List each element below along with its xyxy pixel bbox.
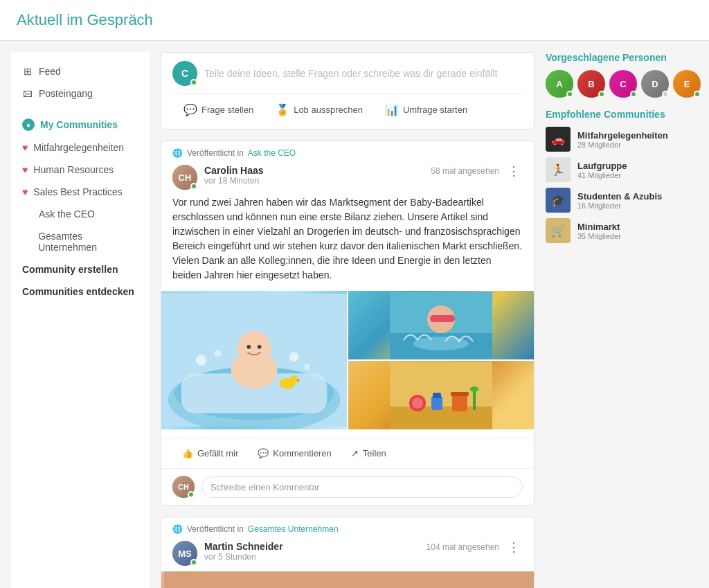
- like-button-1[interactable]: 👍 Gefällt mir: [172, 444, 248, 463]
- suggested-avatar-1[interactable]: A: [546, 70, 573, 98]
- author-details-2: Martin Schneider vor 5 Stunden: [204, 541, 283, 562]
- community-icon: ●: [22, 118, 35, 131]
- sidebar-item-ask-the-ceo[interactable]: Ask the CEO: [11, 203, 150, 225]
- suggested-title: Vorgeschlagene Personen: [546, 52, 698, 63]
- spacer-icon-2: [22, 236, 33, 247]
- recommended-communities-section: Empfohlene Communities 🚗 Mitfahrgelegenh…: [546, 109, 698, 243]
- heart-icon-hr: ♥: [22, 164, 28, 175]
- suggested-avatar-4[interactable]: D: [641, 70, 669, 98]
- svg-rect-26: [451, 392, 469, 396]
- post-body-1: Vor rund zwei Jahren haben wir das Markt…: [161, 195, 534, 291]
- sidebar-item-feed[interactable]: ⊞ Feed: [11, 60, 150, 82]
- top-bar: Aktuell im Gespräch: [0, 0, 709, 41]
- post-meta-2: 🌐 Veröffentlicht in Gesamtes Unternehmen: [161, 517, 534, 538]
- globe-icon-2: 🌐: [172, 524, 183, 534]
- community-item-3[interactable]: 🎓 Studenten & Azubis 16 Mitglieder: [546, 188, 698, 213]
- sidebar-item-inbox[interactable]: 🖂 Posteingang: [11, 82, 150, 105]
- main-feed: C Teile deine Ideen, stelle Fragen oder …: [161, 52, 535, 588]
- page-title: Aktuell im Gespräch: [17, 11, 692, 29]
- svg-point-5: [237, 331, 271, 366]
- status-dot-5: [694, 91, 701, 98]
- medal-icon: 🏅: [276, 103, 289, 116]
- author-info-1: CH Carolin Haas vor 18 Minuten: [172, 165, 264, 190]
- svg-rect-39: [164, 571, 531, 588]
- community-thumb-2: 🏃: [546, 157, 571, 182]
- post-card-2: 🌐 Veröffentlicht in Gesamtes Unternehmen…: [161, 517, 535, 588]
- main-layout: ⊞ Feed 🖂 Posteingang ● My Communities ♥ …: [0, 41, 709, 588]
- community-item-4[interactable]: 🛒 Minimarkt 35 Mitglieder: [546, 218, 698, 243]
- svg-point-13: [290, 375, 298, 383]
- post-image-main: [161, 291, 347, 429]
- community-item-2[interactable]: 🏃 Laufgruppe 41 Mitglieder: [546, 157, 698, 182]
- svg-point-28: [470, 386, 478, 392]
- avatar-status: [190, 79, 197, 86]
- thumbs-up-icon: 👍: [182, 448, 193, 458]
- author-details-1: Carolin Haas vor 18 Minuten: [204, 165, 264, 186]
- svg-text:🎓: 🎓: [551, 194, 565, 207]
- author-avatar-1: CH: [172, 165, 197, 190]
- suggested-people-section: Vorgeschlagene Personen A B: [546, 52, 698, 98]
- post-community-link[interactable]: Ask the CEO: [248, 148, 296, 158]
- frage-stellen-button[interactable]: 💬 Frage stellen: [172, 99, 264, 121]
- heart-icon: ♥: [22, 142, 28, 153]
- status-dot-4: [662, 91, 669, 98]
- svg-text:🚗: 🚗: [551, 133, 565, 146]
- composer-actions: 💬 Frage stellen 🏅 Lob aussprechen 📊 Umfr…: [172, 93, 523, 121]
- post-more-button-2[interactable]: ⋮: [505, 541, 523, 553]
- lob-aussprechen-button[interactable]: 🏅 Lob aussprechen: [264, 99, 374, 121]
- composer-card: C Teile deine Ideen, stelle Fragen oder …: [161, 52, 535, 130]
- composer-placeholder[interactable]: Teile deine Ideen, stelle Fragen oder sc…: [204, 68, 497, 79]
- community-item-1[interactable]: 🚗 Mitfahrgelegenheiten 28 Mitglieder: [546, 127, 698, 152]
- author-status-2: [190, 559, 197, 566]
- post-meta-right-2: 104 mal angesehen ⋮: [427, 541, 523, 553]
- svg-rect-20: [390, 407, 492, 429]
- share-icon: ↗: [351, 448, 359, 458]
- community-info-1: Mitfahrgelegenheiten 28 Mitglieder: [577, 130, 668, 149]
- status-dot-1: [566, 91, 573, 98]
- post-actions-1: 👍 Gefällt mir 💬 Kommentieren ↗ Teilen: [161, 438, 534, 468]
- commenter-avatar: CH: [172, 476, 195, 498]
- sidebar-item-sales-best-practices[interactable]: ♥ Sales Best Practices: [11, 181, 150, 203]
- share-button-1[interactable]: ↗ Teilen: [341, 444, 396, 463]
- community-list: 🚗 Mitfahrgelegenheiten 28 Mitglieder: [546, 127, 698, 243]
- sand-image: [348, 361, 534, 429]
- community-thumb-1: 🚗: [546, 127, 571, 152]
- sidebar-item-mitfahrgelegenheiten[interactable]: ♥ Mitfahrgelegenheiten: [11, 136, 150, 159]
- svg-rect-24: [433, 393, 441, 398]
- post-community-link-2[interactable]: Gesamtes Unternehmen: [248, 524, 339, 534]
- suggested-avatar-3[interactable]: C: [609, 70, 637, 98]
- status-dot-2: [598, 91, 605, 98]
- sidebar-item-community-erstellen[interactable]: Community erstellen: [11, 258, 150, 280]
- post-more-button-1[interactable]: ⋮: [505, 165, 523, 177]
- suggested-avatar-2[interactable]: B: [577, 70, 605, 98]
- svg-point-22: [412, 398, 423, 409]
- community-info-2: Laufgruppe 41 Mitglieder: [577, 161, 627, 179]
- sidebar: ⊞ Feed 🖂 Posteingang ● My Communities ♥ …: [11, 52, 150, 588]
- comment-input-1[interactable]: Schreibe einen Kommentar: [201, 476, 523, 498]
- svg-point-7: [258, 345, 262, 349]
- sidebar-item-my-communities[interactable]: ● My Communities: [11, 113, 150, 136]
- svg-point-10: [289, 353, 298, 362]
- author-status-1: [190, 183, 197, 190]
- svg-point-6: [246, 345, 251, 349]
- suggested-avatar-5[interactable]: E: [673, 70, 701, 98]
- sidebar-item-gesamtes-unternehmen[interactable]: Gesamtes Unternehmen: [11, 225, 150, 258]
- sidebar-item-human-resources[interactable]: ♥ Human Resources: [11, 159, 150, 181]
- svg-text:🏃: 🏃: [551, 163, 565, 177]
- inbox-icon: 🖂: [22, 88, 33, 99]
- globe-icon: 🌐: [172, 148, 183, 158]
- right-sidebar: Vorgeschlagene Personen A B: [546, 52, 698, 588]
- comment-box-1: CH Schreibe einen Kommentar: [161, 468, 534, 505]
- sidebar-item-communities-entdecken[interactable]: Communities entdecken: [11, 280, 150, 303]
- community-thumb-4: 🛒: [546, 218, 571, 243]
- commenter-status: [188, 491, 195, 498]
- app-container: Aktuell im Gespräch ⊞ Feed 🖂 Posteingang…: [0, 0, 709, 588]
- post-image-side-bottom: [348, 361, 534, 429]
- comment-button-1[interactable]: 💬 Kommentieren: [248, 444, 341, 463]
- post-author-row-1: CH Carolin Haas vor 18 Minuten 58 mal an…: [161, 162, 534, 195]
- svg-point-9: [215, 350, 222, 357]
- heart-icon-sales: ♥: [22, 186, 28, 197]
- svg-point-11: [305, 364, 310, 370]
- svg-rect-25: [452, 395, 467, 411]
- umfrage-starten-button[interactable]: 📊 Umfrage starten: [374, 99, 478, 121]
